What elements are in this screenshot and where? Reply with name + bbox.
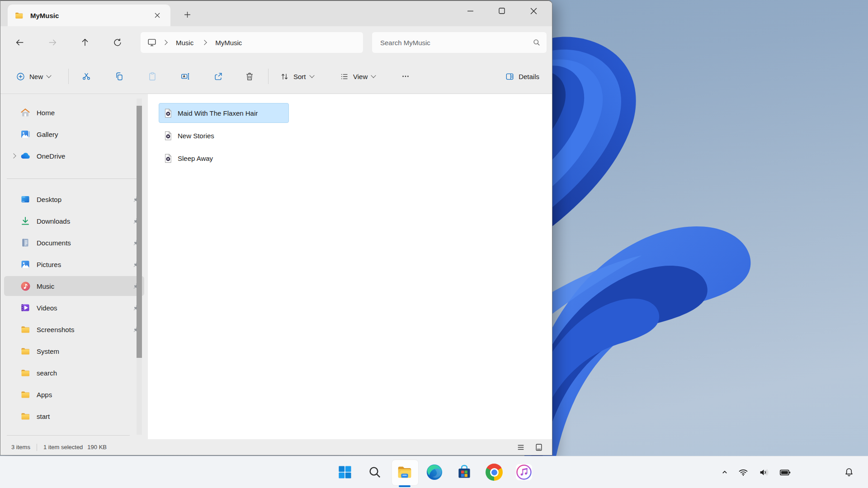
taskbar-apps (335, 456, 534, 488)
sidebar-item-downloads[interactable]: Downloads (4, 211, 144, 231)
maximize-button[interactable] (486, 1, 518, 21)
forward-button[interactable] (42, 33, 62, 52)
sidebar-item-start[interactable]: start (4, 406, 144, 426)
window-controls (454, 1, 549, 21)
chevron-down-icon (309, 73, 314, 78)
delete-button[interactable] (239, 66, 260, 86)
wallpaper-bloom-graphic (524, 0, 868, 456)
sidebar-item-desktop[interactable]: Desktop (4, 189, 144, 209)
see-more-button[interactable] (395, 66, 416, 86)
sort-button[interactable]: Sort (274, 66, 319, 86)
plus-circle-icon (16, 72, 25, 81)
notifications-bell-icon[interactable] (838, 456, 860, 488)
volume-icon (758, 467, 769, 478)
windows-logo-icon (337, 465, 353, 480)
close-button[interactable] (518, 1, 549, 21)
view-list-icon (340, 72, 349, 81)
sidebar-scrollbar-thumb[interactable] (137, 106, 142, 358)
rename-icon (180, 71, 190, 81)
taskbar (0, 456, 868, 488)
details-view-icon[interactable] (514, 441, 528, 453)
sort-button-label: Sort (293, 73, 306, 80)
media-file-icon (163, 131, 173, 141)
cut-button[interactable] (75, 66, 97, 86)
sort-arrows-icon (280, 72, 289, 81)
videos-icon (19, 302, 31, 314)
edge-icon (426, 464, 443, 481)
start-button[interactable] (335, 456, 355, 488)
file-list[interactable]: Maid With The Flaxen Hair New Stories Sl… (148, 94, 552, 439)
paste-clipboard-icon (147, 71, 157, 81)
expand-chevron-icon[interactable] (8, 154, 19, 158)
tab-mymusic[interactable]: MyMusic (8, 5, 170, 26)
navigation-bar: Music MyMusic (0, 26, 552, 59)
sidebar-item-videos[interactable]: Videos (4, 298, 144, 318)
home-icon (19, 107, 31, 118)
view-button[interactable]: View (334, 66, 381, 86)
new-button[interactable]: New (9, 66, 57, 86)
sidebar-item-documents[interactable]: Documents (4, 233, 144, 253)
copy-button[interactable] (108, 66, 130, 86)
pictures-icon (19, 258, 31, 270)
file-explorer-window: MyMusic (0, 0, 552, 455)
taskbar-search-button[interactable] (365, 456, 385, 488)
tab-close-icon[interactable] (151, 9, 164, 22)
chevron-down-icon (371, 73, 376, 78)
sidebar-bottom-divider (7, 435, 130, 436)
taskbar-file-explorer-button[interactable] (395, 456, 415, 488)
hidden-icons-chevron[interactable] (715, 456, 735, 488)
file-row-maid-with-the-flaxen-hair[interactable]: Maid With The Flaxen Hair (159, 103, 289, 123)
sidebar-item-gallery[interactable]: Gallery (4, 124, 144, 144)
trash-icon (245, 71, 255, 81)
documents-icon (19, 237, 31, 249)
search-input[interactable] (379, 38, 532, 47)
back-button[interactable] (10, 33, 30, 52)
refresh-button[interactable] (108, 33, 127, 52)
folder-icon (19, 410, 31, 422)
rename-button[interactable] (175, 66, 196, 86)
share-button[interactable] (208, 66, 229, 86)
taskbar-itunes-button[interactable] (514, 456, 534, 488)
sidebar-item-system[interactable]: System (4, 341, 144, 361)
breadcrumb-item-music[interactable]: Music (173, 37, 196, 48)
taskbar-edge-button[interactable] (425, 456, 444, 488)
folder-icon (19, 324, 31, 335)
view-button-label: View (353, 73, 368, 80)
cut-scissors-icon (81, 71, 91, 81)
selection-count: 1 item selected (43, 444, 83, 450)
minimize-button[interactable] (454, 1, 486, 21)
status-divider (37, 444, 37, 451)
folder-icon (19, 345, 31, 357)
music-icon (19, 280, 31, 292)
this-pc-monitor-icon[interactable] (147, 38, 157, 47)
chevron-right-icon (202, 40, 207, 45)
file-row-new-stories[interactable]: New Stories (159, 126, 289, 145)
file-row-sleep-away[interactable]: Sleep Away (159, 148, 289, 168)
taskbar-chrome-button[interactable] (484, 456, 504, 488)
sidebar-divider (0, 168, 148, 189)
sidebar-item-screenshots[interactable]: Screenshots (4, 319, 144, 339)
folder-icon (14, 10, 24, 20)
taskbar-store-button[interactable] (454, 456, 474, 488)
sidebar-item-pictures[interactable]: Pictures (4, 254, 144, 274)
sidebar-item-home[interactable]: Home (4, 103, 144, 122)
sidebar-item-search[interactable]: search (4, 363, 144, 383)
more-ellipsis-icon (401, 72, 410, 81)
gallery-icon (19, 128, 31, 140)
up-button[interactable] (75, 33, 95, 52)
microsoft-store-icon (456, 464, 472, 480)
paste-button[interactable] (142, 66, 163, 86)
sidebar-item-apps[interactable]: Apps (4, 385, 144, 404)
search-icon (368, 465, 382, 479)
tray-status-group[interactable] (735, 456, 794, 488)
large-icons-view-icon[interactable] (532, 441, 546, 453)
sidebar-item-music[interactable]: Music (4, 276, 144, 296)
folder-icon (19, 367, 31, 379)
breadcrumb-item-mymusic[interactable]: MyMusic (212, 37, 245, 48)
item-count: 3 items (11, 444, 30, 450)
search-icon[interactable] (532, 38, 541, 47)
details-button[interactable]: Details (500, 66, 545, 86)
new-tab-button[interactable] (179, 7, 195, 22)
sidebar-item-onedrive[interactable]: OneDrive (4, 146, 144, 166)
chrome-icon (486, 464, 503, 481)
